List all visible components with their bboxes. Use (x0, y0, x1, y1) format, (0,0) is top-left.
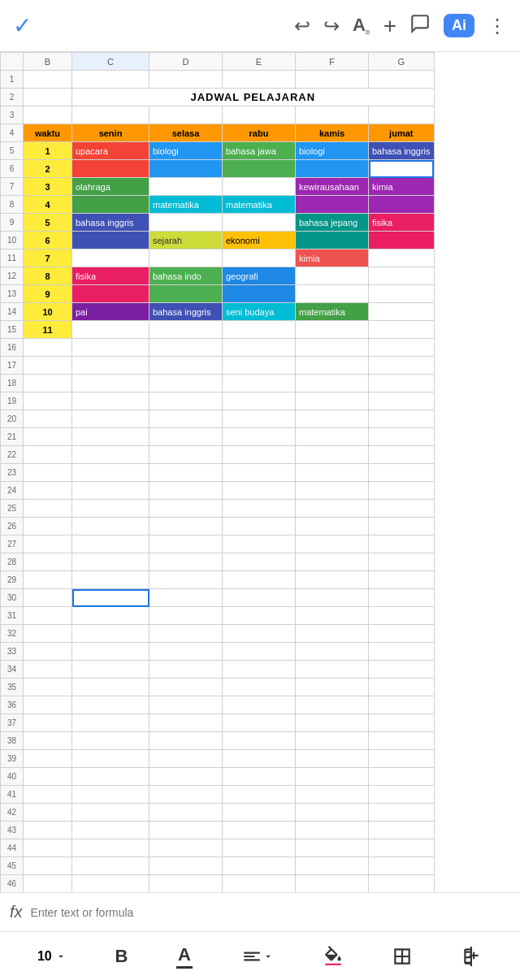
col-header-F[interactable]: F (296, 53, 369, 71)
cell-D30[interactable] (150, 589, 223, 607)
cell-border-button[interactable] (392, 946, 413, 967)
cell-E8[interactable]: matematika (223, 196, 296, 214)
cell-C12[interactable]: fisika (72, 267, 150, 285)
cell-C1[interactable] (72, 71, 150, 89)
cell-D12[interactable]: bahasa indo (150, 267, 223, 285)
cell-F12[interactable] (296, 267, 369, 285)
cell-E6[interactable] (223, 160, 296, 178)
more-options-button[interactable]: ⋮ (488, 15, 507, 37)
cell-B7[interactable]: 3 (24, 178, 72, 196)
cell-F14[interactable]: matematika (296, 303, 369, 321)
cell-G11[interactable] (369, 249, 435, 267)
cell-C8[interactable] (72, 196, 150, 214)
cell-G5[interactable]: bahasa inggris (369, 142, 435, 160)
cell-G4[interactable]: jumat (369, 124, 435, 142)
cell-G8[interactable] (369, 196, 435, 214)
cell-D9[interactable] (150, 214, 223, 232)
cell-E13[interactable] (223, 285, 296, 303)
cell-G1[interactable] (369, 71, 435, 89)
cell-E10[interactable]: ekonomi (223, 232, 296, 249)
cell-C30[interactable] (72, 589, 150, 607)
cell-G14[interactable] (369, 303, 435, 321)
cell-F10[interactable] (296, 232, 369, 249)
cell-C7[interactable]: olahraga (72, 178, 150, 196)
cell-B3[interactable] (24, 106, 72, 124)
cell-C11[interactable] (72, 249, 150, 267)
cell-G30[interactable] (369, 589, 435, 607)
cell-E30[interactable] (223, 589, 296, 607)
cell-F9[interactable]: bahasa jepang (296, 214, 369, 232)
cell-D4[interactable]: selasa (150, 124, 223, 142)
cell-B15[interactable]: 11 (24, 321, 72, 339)
cell-F8[interactable] (296, 196, 369, 214)
cell-D10[interactable]: sejarah (150, 232, 223, 249)
cell-C6[interactable] (72, 160, 150, 178)
align-button[interactable] (241, 946, 274, 967)
add-button[interactable]: + (384, 13, 396, 39)
col-header-G[interactable]: G (369, 53, 435, 71)
cell-E1[interactable] (223, 71, 296, 89)
cell-D1[interactable] (150, 71, 223, 89)
cell-B8[interactable]: 4 (24, 196, 72, 214)
cell-B4[interactable]: waktu (24, 124, 72, 142)
sheet-scroll[interactable]: B C D E F G 1 (0, 52, 520, 892)
cell-F15[interactable] (296, 321, 369, 339)
cell-E4[interactable]: rabu (223, 124, 296, 142)
cell-C9[interactable]: bahasa inggris (72, 214, 150, 232)
cell-D3[interactable] (150, 106, 223, 124)
cell-E11[interactable] (223, 249, 296, 267)
cell-G3[interactable] (369, 106, 435, 124)
cell-E15[interactable] (223, 321, 296, 339)
text-color-button[interactable]: A (176, 944, 193, 969)
cell-B9[interactable]: 5 (24, 214, 72, 232)
formula-input[interactable] (31, 906, 510, 919)
cell-B1[interactable] (24, 71, 72, 89)
cell-F13[interactable] (296, 285, 369, 303)
cell-E14[interactable]: seni budaya (223, 303, 296, 321)
cell-D7[interactable] (150, 178, 223, 196)
cell-D13[interactable] (150, 285, 223, 303)
cell-B12[interactable]: 8 (24, 267, 72, 285)
cell-G7[interactable]: kimia (369, 178, 435, 196)
cell-F30[interactable] (296, 589, 369, 607)
cell-E5[interactable]: bahasa jawa (223, 142, 296, 160)
fill-color-button[interactable] (323, 946, 344, 967)
cell-C4[interactable]: senin (72, 124, 150, 142)
redo-button[interactable]: ↪ (323, 15, 340, 37)
cell-F1[interactable] (296, 71, 369, 89)
bold-button[interactable]: B (115, 946, 128, 967)
cell-G6[interactable] (369, 160, 435, 178)
cell-B5[interactable]: 1 (24, 142, 72, 160)
col-header-C[interactable]: C (72, 53, 150, 71)
cell-F3[interactable] (296, 106, 369, 124)
cell-B13[interactable]: 9 (24, 285, 72, 303)
cell-C13[interactable] (72, 285, 150, 303)
insert-col-button[interactable] (462, 946, 483, 967)
cell-G15[interactable] (369, 321, 435, 339)
cell-F6[interactable] (296, 160, 369, 178)
cell-G12[interactable] (369, 267, 435, 285)
cell-C5[interactable]: upacara (72, 142, 150, 160)
cell-F5[interactable]: biologi (296, 142, 369, 160)
cell-F4[interactable]: kamis (296, 124, 369, 142)
confirm-button[interactable]: ✓ (13, 12, 32, 39)
cell-D5[interactable]: biologi (150, 142, 223, 160)
cell-F11[interactable]: kimia (296, 249, 369, 267)
cell-D6[interactable] (150, 160, 223, 178)
cell-E9[interactable] (223, 214, 296, 232)
cell-G9[interactable]: fisika (369, 214, 435, 232)
cell-G13[interactable] (369, 285, 435, 303)
cell-E3[interactable] (223, 106, 296, 124)
cell-F7[interactable]: kewirausahaan (296, 178, 369, 196)
cell-C14[interactable]: pai (72, 303, 150, 321)
cell-C15[interactable] (72, 321, 150, 339)
text-format-button[interactable]: A≡ (353, 15, 370, 37)
cell-B2[interactable] (24, 89, 72, 106)
comment-button[interactable] (410, 13, 431, 39)
cell-B10[interactable]: 6 (24, 232, 72, 249)
cell-D8[interactable]: matematika (150, 196, 223, 214)
cell-B14[interactable]: 10 (24, 303, 72, 321)
cell-G10[interactable] (369, 232, 435, 249)
undo-button[interactable]: ↩ (294, 15, 310, 37)
font-size-selector[interactable]: 10 (37, 949, 67, 964)
